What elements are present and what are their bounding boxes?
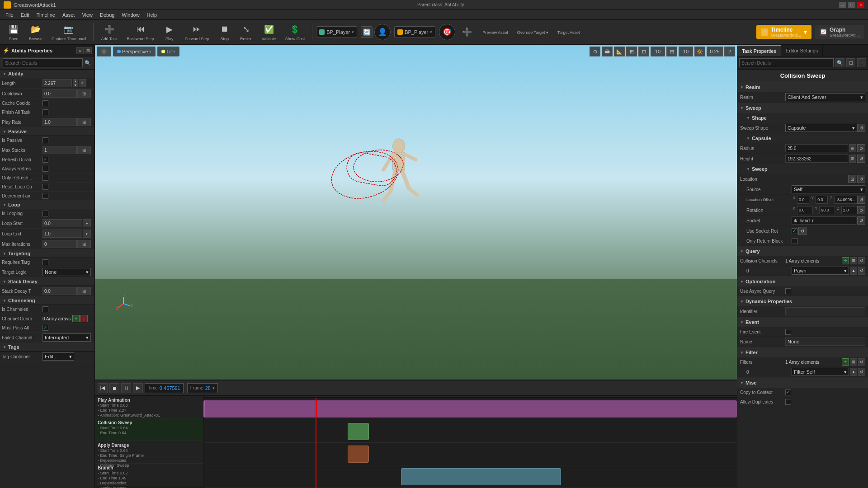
filters-copy[interactable]: ⊞ — [850, 358, 857, 366]
height-expand[interactable]: ⊞ — [849, 155, 856, 163]
capture-thumbnail-button[interactable]: 📷 Capture Thumbnail — [48, 21, 90, 43]
menu-edit[interactable]: Edit — [17, 10, 33, 20]
realm-section-header[interactable]: Realm — [737, 82, 868, 92]
passive-section-header[interactable]: Passive — [0, 127, 94, 136]
loop-end-expand[interactable]: ▸ — [83, 230, 91, 238]
sweep-section-header[interactable]: Sweep — [737, 103, 868, 113]
bp-player-combo-1[interactable]: BP_Player ▾ — [316, 26, 357, 38]
filter-up[interactable]: ▲ — [850, 368, 857, 376]
vp-icon3[interactable]: 📐 — [614, 47, 625, 56]
add-task-button[interactable]: ➕ Add Task — [97, 21, 121, 43]
refresh-duration-checkbox[interactable] — [42, 157, 48, 163]
tl-play-button[interactable]: ▶ — [133, 383, 143, 393]
ability-section-header[interactable]: Ability — [0, 70, 94, 78]
viewport-settings-button[interactable]: ≡ — [97, 47, 111, 56]
use-async-query-checkbox[interactable] — [785, 288, 791, 294]
collision-channel-dropdown[interactable]: Pawn ▾ — [792, 267, 849, 275]
cooldown-field[interactable]: 0.0 — [42, 89, 77, 98]
radius-reset[interactable]: ↺ — [857, 144, 865, 152]
add-preview-button[interactable]: ➕ — [457, 21, 477, 43]
menu-asset[interactable]: Asset — [59, 10, 79, 20]
query-section-header[interactable]: Query — [737, 246, 868, 256]
socket-field[interactable]: ik_hand_r — [792, 216, 856, 225]
cooldown-multi-btn[interactable]: ⊞ — [77, 89, 91, 98]
location-expand-btn[interactable]: ⊡ — [848, 175, 856, 183]
save-button[interactable]: 💾 Save — [4, 21, 24, 43]
rp-search-icon[interactable]: 🔍 — [835, 58, 844, 67]
only-refresh-checkbox[interactable] — [42, 175, 48, 181]
track-branch[interactable]: Branch - Start Time 0.82 - End Time 1.49… — [95, 464, 203, 486]
filter-type-dropdown[interactable]: Filter Self ▾ — [792, 368, 849, 376]
graph-panel-button[interactable]: 📈 Graph GreatswordAtti... — [815, 25, 864, 39]
use-socket-rot-reset[interactable]: ↺ — [798, 227, 807, 235]
view-toggle-button[interactable]: ≡ — [76, 47, 84, 54]
tl-start-button[interactable]: |◀ — [98, 383, 108, 393]
clip-branch[interactable] — [401, 468, 561, 485]
length-reset[interactable]: ↺ — [79, 79, 86, 87]
only-return-block-checkbox[interactable] — [792, 238, 797, 244]
left-search-input[interactable] — [3, 58, 83, 67]
max-iterations-field[interactable]: 0 — [42, 240, 77, 248]
radius-field[interactable]: 25.0 — [785, 144, 848, 152]
tags-section-header[interactable]: Tags — [0, 343, 94, 352]
vp-icon4[interactable]: ⊞ — [626, 47, 637, 56]
channel-cond-delete[interactable]: 🗑 — [80, 315, 88, 322]
misc-section-header[interactable]: Misc — [737, 378, 868, 388]
sweep-shape-reset[interactable]: ↺ — [857, 124, 865, 132]
vp-icon5[interactable]: ⊡ — [638, 47, 649, 56]
resize-button[interactable]: ⤡ Resize — [236, 21, 256, 43]
clip-apply-damage[interactable] — [348, 446, 369, 463]
preview-asset-button[interactable]: Preview Asset — [479, 21, 512, 43]
close-button[interactable]: × — [857, 2, 864, 8]
filters-reset[interactable]: ↺ — [858, 358, 865, 366]
realm-dropdown[interactable]: Client And Server ▾ — [785, 93, 865, 101]
loop-end-field[interactable]: 1.0 — [42, 230, 82, 238]
level-button[interactable]: 2 — [724, 47, 735, 56]
vp-icon7[interactable]: 🔆 — [694, 47, 705, 56]
decrement-checkbox[interactable] — [42, 193, 48, 199]
rp-filter-toggle[interactable]: ≡ — [857, 58, 866, 67]
menu-help[interactable]: Help — [143, 10, 161, 20]
browse-button[interactable]: 📂 Browse — [25, 21, 46, 43]
socket-reset[interactable]: ↺ — [857, 216, 865, 225]
radius-expand[interactable]: ⊞ — [849, 144, 856, 152]
max-stacks-field[interactable]: 1 — [42, 146, 77, 154]
tl-stop-button[interactable]: ⏹ — [109, 383, 119, 393]
length-up[interactable]: ▲ — [73, 79, 78, 83]
fov-button[interactable]: 10 — [651, 47, 665, 56]
validate-button[interactable]: ✅ Validate — [258, 21, 280, 43]
stop-button[interactable]: ⏹ Stop — [215, 21, 235, 43]
forward-step-button[interactable]: ⏭ Forward Step — [181, 21, 213, 43]
requires-target-checkbox[interactable] — [42, 259, 48, 265]
tab-editor-settings[interactable]: Editor Settings — [781, 45, 823, 56]
cache-cooldown-checkbox[interactable] — [42, 100, 48, 106]
scale-button[interactable]: 0.25 — [707, 47, 723, 56]
height-reset[interactable]: ↺ — [857, 155, 865, 163]
max-stacks-multi-btn[interactable]: ⊞ — [77, 146, 91, 154]
is-passive-checkbox[interactable] — [42, 137, 48, 143]
stack-decay-multi-btn[interactable]: ⊞ — [77, 287, 91, 295]
channeling-section-header[interactable]: Channeling — [0, 296, 94, 305]
cc-reset[interactable]: ↺ — [858, 267, 865, 275]
must-pass-all-checkbox[interactable] — [42, 325, 48, 331]
timeline-playhead[interactable] — [316, 398, 316, 488]
identifier-field[interactable] — [785, 307, 865, 315]
vp-icon6[interactable]: ⊞ — [666, 47, 677, 56]
override-target-button[interactable]: Override Target ▾ — [514, 21, 552, 43]
capsule-section-header[interactable]: Capsule — [737, 133, 868, 143]
play-rate-field[interactable]: 1.0 — [42, 118, 77, 126]
rp-search-input[interactable] — [739, 58, 834, 67]
sweep-shape-dropdown[interactable]: Capsule ▾ — [785, 124, 857, 132]
allow-duplicates-checkbox[interactable] — [785, 399, 791, 405]
show-cost-button[interactable]: 💲 Show Cost — [282, 21, 309, 43]
fire-event-checkbox[interactable] — [785, 329, 791, 335]
track-apply-damage[interactable]: Apply Damage - Start Time 0.65 - End Tim… — [95, 441, 203, 464]
vp-icon2[interactable]: 🏔 — [602, 47, 613, 56]
minimize-button[interactable]: ─ — [839, 2, 846, 8]
search-icon[interactable]: 🔍 — [84, 59, 92, 67]
height-field[interactable]: 192.328262 — [785, 155, 848, 163]
loc-z-field[interactable]: -84.0998... — [834, 196, 857, 204]
clip-collision-sweep[interactable] — [348, 423, 369, 440]
menu-view[interactable]: View — [78, 10, 96, 20]
track-collision-sweep[interactable]: Collision Sweep - Start Time 0.64 - End … — [95, 418, 203, 441]
